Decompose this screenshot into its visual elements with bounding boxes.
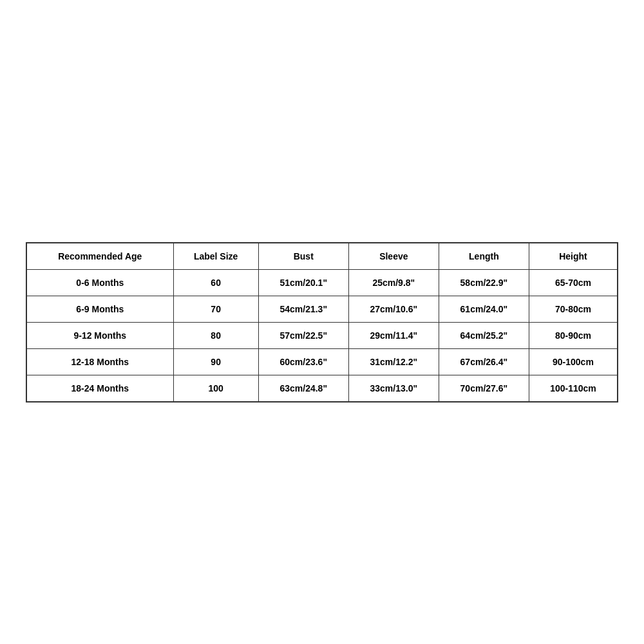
cell-height: 80-90cm [529,322,617,348]
cell-height: 65-70cm [529,269,617,296]
cell-bust: 51cm/20.1" [258,269,348,296]
cell-bust: 60cm/23.6" [258,348,348,375]
table-header-row: Recommended Age Label Size Bust Sleeve L… [27,243,618,269]
header-length: Length [439,243,529,269]
cell-length: 64cm/25.2" [439,322,529,348]
table-row: 9-12 Months8057cm/22.5"29cm/11.4"64cm/25… [27,322,618,348]
cell-length: 58cm/22.9" [439,269,529,296]
cell-length: 67cm/26.4" [439,348,529,375]
size-chart-container: Recommended Age Label Size Bust Sleeve L… [26,242,618,402]
header-bust: Bust [258,243,348,269]
cell-sleeve: 33cm/13.0" [348,375,439,401]
cell-age: 18-24 Months [27,375,174,401]
header-sleeve: Sleeve [348,243,439,269]
cell-sleeve: 27cm/10.6" [348,296,439,322]
cell-height: 100-110cm [529,375,617,401]
cell-bust: 57cm/22.5" [258,322,348,348]
table-row: 0-6 Months6051cm/20.1"25cm/9.8"58cm/22.9… [27,269,618,296]
cell-height: 70-80cm [529,296,617,322]
cell-label_size: 80 [173,322,258,348]
cell-label_size: 60 [173,269,258,296]
header-recommended-age: Recommended Age [27,243,174,269]
size-chart-table: Recommended Age Label Size Bust Sleeve L… [26,243,618,402]
cell-age: 12-18 Months [27,348,174,375]
cell-age: 0-6 Months [27,269,174,296]
cell-length: 61cm/24.0" [439,296,529,322]
cell-age: 9-12 Months [27,322,174,348]
cell-age: 6-9 Months [27,296,174,322]
cell-label_size: 100 [173,375,258,401]
cell-label_size: 70 [173,296,258,322]
cell-sleeve: 25cm/9.8" [348,269,439,296]
header-height: Height [529,243,617,269]
cell-bust: 63cm/24.8" [258,375,348,401]
cell-sleeve: 29cm/11.4" [348,322,439,348]
cell-label_size: 90 [173,348,258,375]
cell-bust: 54cm/21.3" [258,296,348,322]
table-row: 18-24 Months10063cm/24.8"33cm/13.0"70cm/… [27,375,618,401]
table-row: 12-18 Months9060cm/23.6"31cm/12.2"67cm/2… [27,348,618,375]
cell-height: 90-100cm [529,348,617,375]
header-label-size: Label Size [173,243,258,269]
cell-length: 70cm/27.6" [439,375,529,401]
cell-sleeve: 31cm/12.2" [348,348,439,375]
table-row: 6-9 Months7054cm/21.3"27cm/10.6"61cm/24.… [27,296,618,322]
